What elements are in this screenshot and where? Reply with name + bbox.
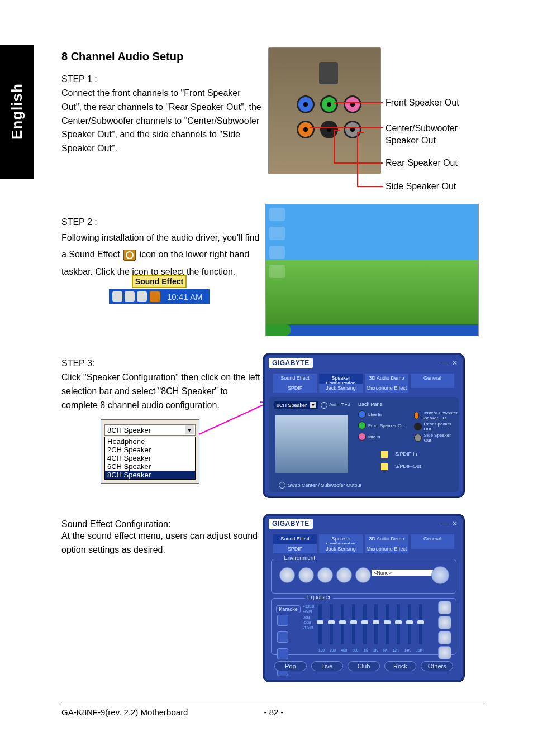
jack-center-sub-icon <box>297 121 315 138</box>
sound-effect-tooltip-figure: Sound Effect 10:41 AM <box>109 275 210 304</box>
step1-figure: Front Speaker Out Center/Subwoofer Speak… <box>268 47 469 193</box>
speaker-select-list[interactable]: Headphone 2CH Speaker 4CH Speaker 6CH Sp… <box>104 437 196 480</box>
speaker-option[interactable]: 4CH Speaker <box>105 454 195 462</box>
env-preset-icon[interactable] <box>355 567 371 583</box>
eq-db-scale: +12dB +6dB 0dB -6dB -12dB <box>303 604 314 630</box>
swap-center-sub-toggle[interactable]: Swap Center / Subwoofer Output <box>279 482 361 489</box>
tab-jack-sensing[interactable]: Jack Sensing <box>319 544 363 553</box>
brand-logo: GIGABYTE <box>269 358 313 368</box>
jack-dot-icon[interactable] <box>414 434 422 442</box>
language-tab: English <box>0 45 34 179</box>
desktop-icon[interactable] <box>269 208 285 221</box>
window-controls[interactable]: — ✕ <box>441 359 459 367</box>
chevron-down-icon[interactable]: ▼ <box>310 402 316 408</box>
spdif-in-icon[interactable] <box>380 451 388 458</box>
back-panel-label: Back Panel <box>358 401 384 407</box>
taskbar-tray: 10:41 AM <box>109 289 210 304</box>
window-controls[interactable]: — ✕ <box>441 520 459 528</box>
jack-label: Line In <box>368 412 382 417</box>
footer-left: GA-K8NF-9(rev. 2.2) Motherboard <box>61 707 188 717</box>
preset-button[interactable]: Rock <box>384 661 417 671</box>
env-preset-icon[interactable] <box>317 567 333 583</box>
preset-button[interactable]: Pop <box>274 661 307 671</box>
sound-effect-config-heading: Sound Effect Configuration: <box>61 519 263 529</box>
sound-effect-config-body: At the sound effect menu, users can adju… <box>61 529 263 557</box>
panel-speaker-select[interactable]: 8CH Speaker ▼ <box>274 401 318 409</box>
callout-center-sub: Center/Subwoofer Speaker Out <box>386 122 475 147</box>
jack-label: Front Speaker Out <box>368 423 405 428</box>
callout-side-speaker: Side Speaker Out <box>386 181 456 192</box>
jack-label: Rear Speaker Out <box>424 422 459 432</box>
tab-spdif[interactable]: SPDIF <box>273 384 317 393</box>
eq-sliders[interactable] <box>318 604 422 644</box>
tab-spdif[interactable]: SPDIF <box>273 544 317 553</box>
jack-label: Mic In <box>368 434 380 439</box>
jack-dot-icon[interactable] <box>414 423 422 430</box>
jack-dot-icon[interactable] <box>414 412 419 419</box>
desktop-icon[interactable] <box>269 227 285 240</box>
karaoke-button[interactable] <box>277 615 288 626</box>
start-button[interactable] <box>266 324 291 336</box>
jack-front-speaker-icon <box>320 95 338 113</box>
spdif-in-label: S/PDIF-In <box>395 451 417 457</box>
desktop-icon[interactable] <box>269 246 285 259</box>
radio-icon[interactable] <box>279 482 285 489</box>
taskbar[interactable] <box>266 324 478 336</box>
jack-dot-icon[interactable] <box>358 433 366 441</box>
environment-select[interactable]: <None>▾ <box>372 570 437 576</box>
eq-side-button[interactable] <box>438 646 451 659</box>
tooltip-label: Sound Effect <box>132 275 187 288</box>
equalizer-group: Equalizer Karaoke +12dB +6dB 0dB -6dB -1… <box>271 598 456 655</box>
spdif-out-label: S/PDIF-Out <box>395 463 421 469</box>
karaoke-label: Karaoke <box>276 605 301 613</box>
env-preset-icon[interactable] <box>298 567 314 583</box>
karaoke-button[interactable] <box>277 631 288 643</box>
tray-icon-3[interactable] <box>137 291 147 302</box>
footer-page-number: - 82 - <box>264 707 283 717</box>
desktop-icon[interactable] <box>269 265 285 278</box>
step2-body: Following installation of the audio driv… <box>61 229 263 280</box>
tab-mic-effect[interactable]: Microphone Effect <box>365 384 408 393</box>
speaker-option-selected[interactable]: 8CH Speaker <box>105 471 195 479</box>
preset-button[interactable]: Others <box>421 661 453 671</box>
karaoke-button[interactable] <box>277 648 288 659</box>
speaker-option[interactable]: 2CH Speaker <box>105 446 195 454</box>
tray-time: 10:41 AM <box>167 292 202 302</box>
preview-speaker-icon[interactable] <box>431 566 449 584</box>
speaker-option[interactable]: Headphone <box>105 437 195 446</box>
chevron-down-icon[interactable]: ▼ <box>185 425 194 434</box>
env-preset-icon[interactable] <box>279 567 295 583</box>
preset-button[interactable]: Club <box>348 661 380 671</box>
equalizer-label: Equalizer <box>305 594 333 600</box>
eq-side-button[interactable] <box>438 616 451 629</box>
spdif-out-icon[interactable] <box>380 463 388 471</box>
jack-dot-icon[interactable] <box>358 422 366 429</box>
auto-test-button[interactable]: Auto Test <box>321 402 350 409</box>
tray-icon-1[interactable] <box>112 291 122 302</box>
tab-jack-sensing[interactable]: Jack Sensing <box>319 384 363 393</box>
room-speaker-image <box>275 415 348 473</box>
step1-body: Connect the front channels to "Front Spe… <box>61 87 263 156</box>
back-panel-photo <box>268 47 381 174</box>
tab-general[interactable]: General <box>411 374 454 388</box>
jack-mic-icon <box>344 95 361 113</box>
tab-mic-effect[interactable]: Microphone Effect <box>365 544 408 553</box>
tray-icon-2[interactable] <box>125 291 135 302</box>
brand-logo: GIGABYTE <box>269 519 313 529</box>
speaker-config-panel: GIGABYTE — ✕ Sound Effect Speaker Config… <box>263 353 465 498</box>
environment-group: Environment <None>▾ <box>271 559 456 594</box>
callout-front-speaker: Front Speaker Out <box>386 98 459 108</box>
environment-label: Environment <box>282 555 317 561</box>
sound-effect-panel: GIGABYTE — ✕ Sound Effect Speaker Config… <box>263 514 465 682</box>
jack-dot-icon[interactable] <box>358 410 366 418</box>
speaker-option[interactable]: 6CH Speaker <box>105 462 195 471</box>
preset-button[interactable]: Live <box>311 661 344 671</box>
jack-line-in-icon <box>297 95 315 113</box>
tab-general[interactable]: General <box>411 534 454 549</box>
tray-sound-effect-icon[interactable] <box>149 291 160 302</box>
speaker-select[interactable]: 8CH Speaker ▼ <box>104 424 196 436</box>
eq-side-button[interactable] <box>438 631 451 644</box>
env-preset-icon[interactable] <box>336 567 352 583</box>
eq-side-button[interactable] <box>438 601 451 614</box>
eq-presets: Pop Live Club Rock Others <box>271 658 456 674</box>
